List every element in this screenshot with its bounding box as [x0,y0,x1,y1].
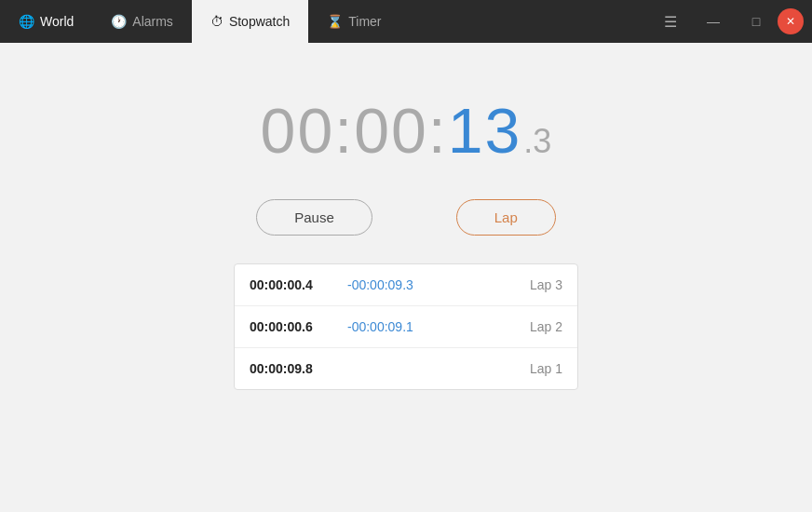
titlebar: 🌐 World 🕐 Alarms ⏱ Stopwatch ⌛ Timer ☰ —… [0,0,812,43]
time-seconds: 13 [448,94,522,167]
minimize-button[interactable]: — [692,0,735,43]
lap-table: 00:00:00.4-00:00:09.3Lap 300:00:00.6-00:… [234,263,578,390]
lap-time: 00:00:00.6 [250,319,347,334]
alarms-icon: 🕐 [111,14,127,29]
separator2: : [428,94,448,167]
tab-alarms[interactable]: 🕐 Alarms [92,0,192,43]
menu-button[interactable]: ☰ [649,0,692,43]
minimize-icon: — [707,14,720,29]
lap-diff: -00:00:09.3 [347,277,530,292]
maximize-icon: □ [752,14,760,29]
timer-icon: ⌛ [327,14,343,29]
time-fraction: .3 [523,122,551,161]
lap-time: 00:00:00.4 [250,277,347,292]
lap-row: 00:00:09.8Lap 1 [235,348,577,389]
stopwatch-icon: ⏱ [210,14,223,29]
tab-stopwatch-label: Stopwatch [229,14,290,29]
tab-timer[interactable]: ⌛ Timer [308,0,399,43]
menu-icon: ☰ [664,13,677,31]
stopwatch-display: 00 : 00 : 13 .3 [261,94,552,167]
lap-diff: -00:00:09.1 [347,319,530,334]
lap-time: 00:00:09.8 [250,361,347,376]
maximize-button[interactable]: □ [735,0,778,43]
main-content: 00 : 00 : 13 .3 Pause Lap 00:00:00.4-00:… [0,43,812,512]
lap-row: 00:00:00.4-00:00:09.3Lap 3 [235,264,577,306]
tab-world[interactable]: 🌐 World [0,0,92,43]
lap-row: 00:00:00.6-00:00:09.1Lap 2 [235,306,577,348]
time-minutes: 00 [354,94,428,167]
lap-label: Lap 3 [530,277,562,292]
tab-stopwatch[interactable]: ⏱ Stopwatch [192,0,308,43]
tab-world-label: World [40,14,74,29]
close-icon: ✕ [786,15,795,28]
lap-label: Lap 2 [530,319,562,334]
pause-button[interactable]: Pause [256,199,372,236]
separator1: : [334,94,354,167]
tab-timer-label: Timer [348,14,381,29]
lap-button[interactable]: Lap [456,199,556,236]
time-hours: 00 [261,94,335,167]
tab-alarms-label: Alarms [132,14,173,29]
lap-label: Lap 1 [530,361,562,376]
close-button[interactable]: ✕ [778,8,804,34]
controls: Pause Lap [256,199,556,236]
world-icon: 🌐 [19,14,34,29]
